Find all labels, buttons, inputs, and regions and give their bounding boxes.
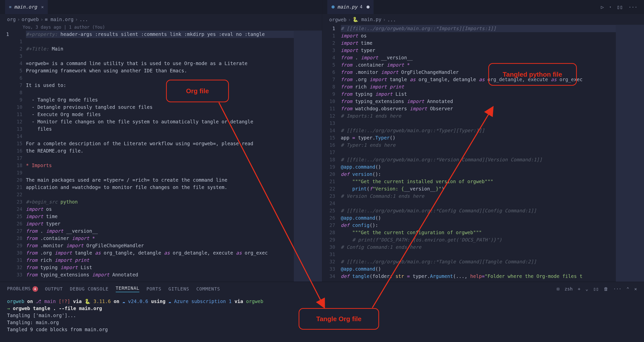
more-icon[interactable]: ···	[628, 4, 637, 10]
panel-tab-ports[interactable]: PORTS	[146, 286, 161, 291]
code-line[interactable]: def config():	[341, 222, 616, 229]
code-line[interactable]: # [[file:../org/orgweb/main.org::*Typer]…	[341, 127, 616, 134]
breadcrumb-segment[interactable]: ≡ main.org	[45, 17, 73, 22]
code-line[interactable]: Programming framework when using another…	[26, 67, 294, 74]
code-line[interactable]: from typing_extensions import Annotated	[26, 271, 294, 278]
close-panel-icon[interactable]: ✕	[634, 286, 637, 291]
code-line[interactable]	[26, 133, 294, 140]
left-code-body[interactable]: #+property: header-args :results silent …	[26, 31, 294, 282]
split-editor-icon[interactable]: ▯▯	[617, 4, 623, 10]
breadcrumb-segment[interactable]: orgweb	[22, 17, 39, 22]
breadcrumb-segment[interactable]: org	[7, 17, 16, 22]
code-line[interactable]: from .container import *	[26, 235, 294, 242]
left-breadcrumb[interactable]: org › orgweb › ≡ main.org › ...	[0, 14, 322, 25]
code-line[interactable]: - Monitor file changes on the file syste…	[26, 118, 294, 125]
code-line[interactable]	[341, 251, 616, 258]
new-terminal-icon[interactable]: +	[578, 286, 580, 291]
panel-tab-terminal[interactable]: TERMINAL	[116, 285, 140, 292]
code-line[interactable]: from .org import tangle as org_tangle, d…	[26, 249, 294, 257]
code-line[interactable]: from watchdog.observers import Observer	[341, 105, 616, 112]
breadcrumb-segment[interactable]: ...	[387, 17, 396, 22]
code-line[interactable]: from rich import print	[341, 83, 616, 90]
more-icon[interactable]: ···	[613, 286, 622, 291]
code-line[interactable]: #+Title: Main	[26, 45, 294, 53]
code-line[interactable]: The main packages used are =typer= / =ri…	[26, 176, 294, 184]
terminal-body[interactable]: orgweb on ⎇ main [!?] via 🐍 3.11.6 on ☁ …	[0, 296, 644, 342]
panel-tab-debug-console[interactable]: DEBUG CONSOLE	[70, 286, 109, 291]
tab-dirty-icon[interactable]	[367, 4, 370, 10]
code-line[interactable]: =orgweb= is a command line utility that …	[26, 60, 294, 67]
code-line[interactable]: import typer	[26, 220, 294, 227]
code-line[interactable]	[341, 120, 616, 127]
tab-main-org[interactable]: ≡ main.org ×	[5, 0, 48, 14]
code-line[interactable]: from .monitor import OrgFileChangeHandle…	[26, 242, 294, 249]
code-line[interactable]	[341, 149, 616, 156]
code-line[interactable]: def version():	[341, 171, 616, 178]
code-line[interactable]: import typer	[341, 47, 616, 54]
code-line[interactable]	[26, 169, 294, 176]
code-line[interactable]: from typing_extensions import Annotated	[341, 98, 616, 105]
code-line[interactable]: import os	[341, 32, 616, 39]
code-line[interactable]: """Get the current configuration of orgw…	[341, 229, 616, 236]
code-line[interactable]: from .org import tangle as org_tangle, d…	[341, 76, 616, 83]
code-line[interactable]: from typing import List	[26, 264, 294, 271]
code-line[interactable]: - Tangle Org mode files	[26, 96, 294, 104]
code-line[interactable]: import time	[341, 39, 616, 47]
code-line[interactable]: application and =watchdog= to monitor fi…	[26, 184, 294, 191]
code-line[interactable]: from .monitor import OrgFileChangeHandle…	[341, 69, 616, 76]
code-line[interactable]: from typing import List	[341, 90, 616, 98]
code-line[interactable]: @app.command()	[341, 163, 616, 171]
code-line[interactable]: @app.command()	[341, 214, 616, 222]
code-line[interactable]: # print(f"DOCS_PATH: {os.environ.get('DO…	[341, 236, 616, 243]
code-line[interactable]: - Detangle previously tangled source fil…	[26, 104, 294, 111]
code-line[interactable]: the README.org file.	[26, 147, 294, 155]
terminal-profile-icon[interactable]: ⊡	[557, 286, 559, 291]
code-line[interactable]: from .container import *	[341, 61, 616, 69]
code-line[interactable]: It is used to:	[26, 82, 294, 89]
code-line[interactable]: #+begin_src python	[26, 198, 294, 206]
code-line[interactable]: """Get the current installed version of …	[341, 178, 616, 185]
run-icon[interactable]: ▷	[601, 4, 604, 10]
code-line[interactable]: #+property: header-args :results silent …	[26, 31, 294, 38]
breadcrumb-segment[interactable]: ...	[79, 17, 88, 22]
code-line[interactable]	[26, 89, 294, 96]
breadcrumb-segment[interactable]: 🐍 main.py	[352, 17, 382, 22]
code-line[interactable]: # Config Command:1 ends here	[341, 243, 616, 251]
left-minimap[interactable]	[294, 31, 322, 282]
code-line[interactable]: For a complete description of the Litera…	[26, 140, 294, 147]
code-line[interactable]: # Version Command:1 ends here	[341, 192, 616, 200]
code-line[interactable]: def tangle(folder: str = typer.Argument(…	[341, 273, 616, 280]
code-line[interactable]	[26, 53, 294, 60]
tab-main-py[interactable]: ⬢ main.py 4	[327, 0, 374, 14]
code-line[interactable]	[26, 38, 294, 45]
right-code-area[interactable]: 1123456789101112131415161718192021222324…	[322, 25, 644, 282]
code-line[interactable]: - Execute Org mode files	[26, 111, 294, 118]
code-line[interactable]: @app.command()	[341, 265, 616, 273]
code-line[interactable]: # [[file:../org/orgweb/main.org::*Tangle…	[341, 258, 616, 265]
chevron-down-icon[interactable]: ⌄	[585, 286, 588, 291]
code-line[interactable]: print(f"Version: {__version__}")	[341, 185, 616, 192]
code-line[interactable]: * Imports	[26, 162, 294, 169]
right-breadcrumb[interactable]: orgweb › 🐍 main.py › ...	[322, 14, 644, 25]
code-line[interactable]	[26, 155, 294, 162]
code-line[interactable]: app = typer.Typer()	[341, 134, 616, 141]
code-line[interactable]: from . import __version__	[26, 227, 294, 235]
code-line[interactable]	[26, 191, 294, 198]
code-line[interactable]	[341, 200, 616, 207]
code-line[interactable]: from rich import print	[26, 257, 294, 264]
panel-tab-problems[interactable]: PROBLEMS4	[7, 286, 38, 292]
trash-icon[interactable]: 🗑	[604, 286, 608, 291]
codelens-author[interactable]: You, 3 days ago | 1 author (You)	[0, 25, 322, 31]
close-icon[interactable]: ×	[41, 4, 44, 10]
left-code-area[interactable]: 1 12345678910111213141516171819202122232…	[0, 31, 322, 282]
panel-tab-output[interactable]: OUTPUT	[45, 286, 63, 291]
breadcrumb-segment[interactable]: orgweb	[329, 17, 347, 22]
code-line[interactable]: import time	[26, 213, 294, 220]
split-terminal-icon[interactable]: ▯▯	[593, 286, 599, 291]
panel-tab-gitlens[interactable]: GITLENS	[169, 286, 189, 291]
code-line[interactable]: from . import __version__	[341, 54, 616, 61]
maximize-icon[interactable]: ⌃	[626, 286, 629, 291]
code-line[interactable]: # [[file:../org/orgweb/main.org::*Versio…	[341, 156, 616, 163]
code-line[interactable]: # Typer:1 ends here	[341, 141, 616, 149]
panel-tab-comments[interactable]: COMMENTS	[196, 286, 220, 291]
